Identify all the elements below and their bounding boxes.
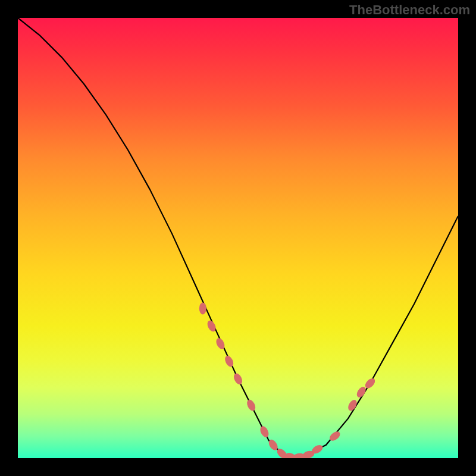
chart-marker: [223, 355, 235, 368]
chart-marker: [245, 399, 257, 412]
chart-marker: [259, 425, 271, 439]
chart-marker: [199, 302, 206, 314]
chart-plot-area: [18, 18, 458, 458]
chart-marker: [232, 372, 244, 386]
chart-svg: [18, 18, 458, 458]
chart-markers: [199, 302, 377, 458]
watermark-text: TheBottleneck.com: [349, 2, 470, 18]
chart-curve: [18, 18, 458, 458]
chart-marker: [364, 377, 377, 390]
